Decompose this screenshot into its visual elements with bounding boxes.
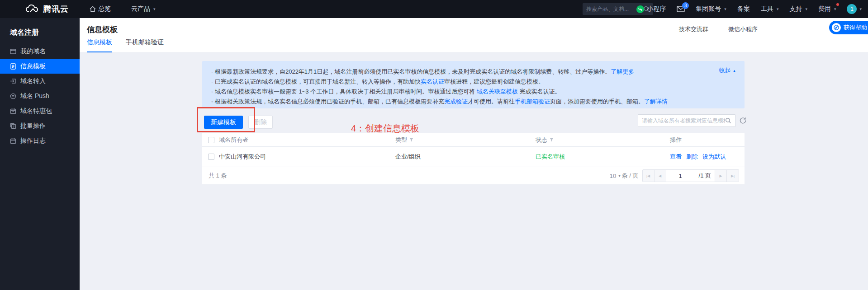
nav-cloud-products-label: 云产品 xyxy=(131,5,150,13)
cell-owner: 中安山河有限公司 xyxy=(219,153,395,161)
nav-tools[interactable]: 工具 ▾ xyxy=(761,5,779,13)
owner-search-input[interactable] xyxy=(642,117,725,124)
sidebar: 域名注册 我的域名 信息模板 域名转入 xyxy=(0,18,80,290)
tech-group-link[interactable]: 技术交流群 xyxy=(679,25,708,33)
first-page-button[interactable]: |◀ xyxy=(643,170,655,182)
batch-operation-icon xyxy=(10,123,16,129)
cell-type: 企业/组织 xyxy=(395,153,536,161)
nav-account[interactable]: 1 ▾ xyxy=(847,4,862,14)
search-icon[interactable] xyxy=(725,117,731,124)
sidebar-item-label: 批量操作 xyxy=(20,122,46,130)
chevron-down-icon: ▾ xyxy=(777,7,779,11)
refresh-icon[interactable] xyxy=(739,117,747,124)
tab-bar: 信息模板 手机邮箱验证 xyxy=(87,38,164,52)
delete-link[interactable]: 删除 xyxy=(686,153,698,161)
nav-support-label: 支持 xyxy=(789,5,802,13)
annotation-highlight-rectangle xyxy=(197,107,255,132)
notice-text: - 根据相关政策法规，域名实名信息必须使用已验证的手机、邮箱，已有信息模板需要补… xyxy=(211,98,444,105)
notice-text: - 已完成实名认证的域名信息模板，可直接用于域名新注、转入等操作，有助加快 xyxy=(211,78,421,85)
nav-messages[interactable]: 3 xyxy=(677,6,685,12)
sidebar-item-domain-push[interactable]: 域名 Push xyxy=(0,89,80,103)
get-help-button[interactable]: 获得帮助 xyxy=(829,21,868,34)
complete-verification-link[interactable]: 完成验证 xyxy=(444,98,468,105)
sidebar-item-label: 域名特惠包 xyxy=(20,107,52,115)
last-page-button[interactable]: ▶| xyxy=(727,170,739,182)
nav-beian[interactable]: 备案 xyxy=(737,5,750,13)
page-size-unit: 条 / 页 xyxy=(622,172,639,180)
sidebar-item-label: 域名转入 xyxy=(20,77,46,85)
brand-logo[interactable]: 腾讯云 xyxy=(25,4,69,14)
wechat-mini-program-link[interactable]: 微信小程序 xyxy=(728,25,758,33)
sidebar-item-my-domains[interactable]: 我的域名 xyxy=(0,44,80,59)
nav-support[interactable]: 支持 ▾ xyxy=(789,5,807,13)
table-header-row: 域名所有者 类型 状态 操作 xyxy=(202,133,745,147)
learn-details-link[interactable]: 了解详情 xyxy=(644,98,668,105)
my-domains-icon xyxy=(10,48,16,55)
tab-phone-email-verify[interactable]: 手机邮箱验证 xyxy=(126,38,164,52)
row-checkbox[interactable] xyxy=(208,154,214,160)
top-nav: 腾讯云 总览 云产品 ▾ xyxy=(0,0,868,18)
cell-actions: 查看 删除 设为默认 xyxy=(670,153,726,161)
filter-icon[interactable] xyxy=(550,138,554,142)
sidebar-item-info-template[interactable]: 信息模板 xyxy=(0,59,80,74)
sidebar-item-operation-log[interactable]: 操作日志 xyxy=(0,133,80,148)
sidebar-item-transfer-in[interactable]: 域名转入 xyxy=(0,74,80,89)
info-template-icon xyxy=(10,63,16,70)
brand-name: 腾讯云 xyxy=(43,4,69,14)
sidebar-item-label: 我的域名 xyxy=(20,47,46,56)
avatar: 1 xyxy=(847,4,857,14)
owner-search-box[interactable] xyxy=(638,114,735,127)
notice-text: - 根据最新政策法规要求，自2022年1月1日起，域名注册前必须使用已实名审核的… xyxy=(211,68,611,75)
compass-icon xyxy=(832,23,841,32)
transfer-in-icon xyxy=(10,78,16,84)
chevron-down-icon: ▾ xyxy=(724,7,726,11)
pagination-bar: 共 1 条 10 ▾ 条 / 页 |◀ ◀ 1 /1 页 ▶ ▶| xyxy=(202,167,745,184)
filter-icon[interactable] xyxy=(409,138,413,142)
select-all-checkbox[interactable] xyxy=(208,137,214,143)
col-header-owner: 域名所有者 xyxy=(219,136,395,144)
notice-text: 页面，添加需要使用的手机、邮箱。 xyxy=(550,98,644,105)
page-title: 信息模板 xyxy=(87,24,118,35)
template-table: 域名所有者 类型 状态 操作 中安山河有限公司 企业/组织 已实名审核 查看 xyxy=(202,133,745,184)
nav-group-account-label: 集团账号 xyxy=(696,5,721,13)
nav-tools-label: 工具 xyxy=(761,5,773,13)
sidebar-item-offer-package[interactable]: 域名特惠包 xyxy=(0,103,80,118)
total-pages-label: /1 页 xyxy=(695,170,715,182)
get-help-label: 获得帮助 xyxy=(844,23,867,32)
nav-overview[interactable]: 总览 xyxy=(90,5,111,13)
collapse-notice-link[interactable]: 收起 ▲ xyxy=(719,66,736,75)
billing-notification-dot xyxy=(836,3,839,6)
nav-mini-program[interactable]: 小程序 xyxy=(636,5,666,13)
chevron-down-icon: ▾ xyxy=(618,173,621,178)
page-size-select[interactable]: 10 ▾ 条 / 页 xyxy=(610,172,639,180)
link-domain-to-template-link[interactable]: 域名关联至模板 xyxy=(477,88,518,95)
next-page-button[interactable]: ▶ xyxy=(715,170,727,182)
chevron-down-icon: ▾ xyxy=(805,7,807,11)
nav-group-account[interactable]: 集团账号 ▾ xyxy=(696,5,726,13)
current-page-input[interactable]: 1 xyxy=(666,170,695,182)
notice-line: - 已完成实名认证的域名信息模板，可直接用于域名新注、转入等操作，有助加快实名认… xyxy=(211,77,735,87)
content-header: 信息模板 技术交流群 微信小程序 获得帮助 信息模板 手机邮箱验证 xyxy=(80,18,868,53)
cell-status: 已实名审核 xyxy=(536,153,670,161)
nav-search-input[interactable] xyxy=(586,6,643,12)
set-default-link[interactable]: 设为默认 xyxy=(702,153,726,161)
nav-billing[interactable]: 费用 ▾ xyxy=(818,5,836,13)
collapse-label: 收起 xyxy=(719,67,730,74)
nav-cloud-products[interactable]: 云产品 ▾ xyxy=(131,5,156,13)
phone-email-verify-link[interactable]: 手机邮箱验证 xyxy=(515,98,550,105)
view-link[interactable]: 查看 xyxy=(670,153,682,161)
prev-page-button[interactable]: ◀ xyxy=(655,170,666,182)
home-icon xyxy=(90,6,96,12)
nav-overview-label: 总览 xyxy=(98,5,111,13)
notice-banner: - 根据最新政策法规要求，自2022年1月1日起，域名注册前必须使用已实名审核的… xyxy=(202,61,745,108)
learn-more-link[interactable]: 了解更多 xyxy=(611,68,634,75)
nav-beian-label: 备案 xyxy=(737,5,750,13)
real-name-auth-link[interactable]: 实名认证 xyxy=(421,78,444,85)
sidebar-item-batch-operation[interactable]: 批量操作 xyxy=(0,118,80,133)
nav-billing-label: 费用 xyxy=(818,5,831,13)
chevron-down-icon: ▾ xyxy=(859,7,862,11)
nav-divider xyxy=(121,5,121,13)
push-icon xyxy=(10,93,16,99)
notice-text: 完成实名认证。 xyxy=(518,88,561,95)
tab-info-template[interactable]: 信息模板 xyxy=(87,38,112,52)
